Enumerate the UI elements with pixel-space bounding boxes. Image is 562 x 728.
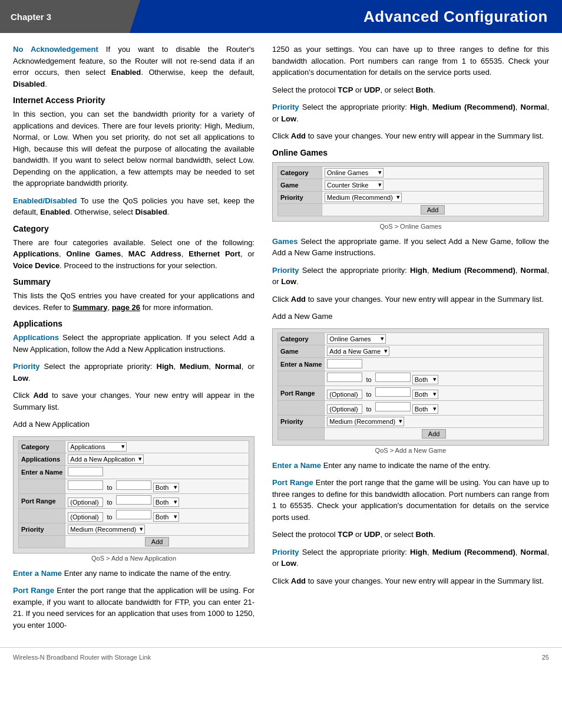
pri2-bold4: Low: [281, 559, 296, 568]
no-ack-bold2: Disabled: [13, 80, 45, 88]
port-to-input1[interactable]: [116, 480, 151, 490]
proto-select2[interactable]: Both: [153, 498, 179, 507]
screenshot-online-games: Category Online Games Game Counter Strik…: [272, 162, 549, 222]
category-select2[interactable]: Online Games: [325, 168, 384, 177]
priority-value[interactable]: Medium (Recommend): [65, 523, 249, 535]
game-value[interactable]: Counter Strike: [322, 179, 544, 191]
priority-value3[interactable]: Medium (Recommend): [325, 415, 544, 427]
games-add-body2: to save your changes. Your new entry wil…: [306, 295, 544, 304]
sum-body2: ,: [107, 303, 111, 312]
game-proto-select1[interactable]: Both: [412, 375, 438, 384]
cat-bold4: Ethernet Port: [189, 249, 240, 258]
chapter-text: Chapter 3: [11, 12, 51, 22]
select-proto-bold2: UDP: [364, 85, 380, 94]
no-ack-para: No Acknowledgement If you want to disabl…: [13, 44, 254, 90]
game-port-optional2[interactable]: (Optional): [327, 390, 362, 399]
table-row: Category Online Games: [278, 332, 544, 345]
enter-name-value3[interactable]: [325, 357, 544, 371]
game-port-to2[interactable]: [375, 387, 411, 397]
priority-value2[interactable]: Medium (Recommend): [322, 191, 544, 203]
port-to-input2[interactable]: [116, 495, 151, 505]
cat-bold2: Online Games: [67, 249, 121, 258]
game-value3[interactable]: Add a New Game: [325, 345, 544, 357]
port-to-input3[interactable]: [116, 510, 151, 519]
add-button1[interactable]: Add: [145, 537, 170, 546]
port-optional-input3[interactable]: (Optional): [68, 512, 103, 522]
en-dis-bold1: Enabled: [40, 207, 70, 216]
no-ack-end: .: [45, 80, 47, 88]
port-range-para: Port Range Enter the port range that the…: [13, 585, 254, 631]
port-from-input1[interactable]: [68, 480, 103, 490]
sum-link2[interactable]: page 26: [112, 303, 140, 312]
enter-name-value[interactable]: [65, 465, 249, 479]
sum-link1[interactable]: Summary: [72, 303, 107, 312]
table-row: to Both: [19, 479, 249, 493]
games-add-body1: Click: [272, 295, 291, 304]
enter-name-body: Enter any name to indicate the name of t…: [62, 569, 231, 578]
applications-select[interactable]: Add a New Application: [68, 454, 144, 464]
category-select[interactable]: Applications: [68, 442, 127, 452]
priority-select[interactable]: Medium (Recommend): [68, 525, 145, 534]
range-row2: (Optional) to Both: [65, 493, 249, 508]
game-select3[interactable]: Add a New Game: [327, 347, 389, 356]
game-select[interactable]: Counter Strike: [325, 180, 384, 190]
app-colored: Applications: [13, 333, 59, 342]
app-pri-bold2: Medium: [180, 362, 209, 371]
enter-name-input[interactable]: [68, 467, 103, 476]
enter-name-para: Enter a Name Enter any name to indicate …: [13, 568, 254, 579]
table-row: Priority Medium (Recommend): [19, 523, 249, 535]
app-add-bold: Add: [33, 391, 48, 400]
applications-value[interactable]: Add a New Application: [65, 453, 249, 465]
pri2-bold2: Medium (Recommend): [432, 548, 515, 556]
add2-body1: Click: [272, 577, 291, 585]
cat-bold1: Applications: [13, 249, 59, 258]
add-button2[interactable]: Add: [421, 205, 445, 215]
enter-name2-para: Enter a Name Enter any name to indicate …: [272, 460, 549, 472]
category-label2: Category: [278, 166, 322, 179]
add-button3[interactable]: Add: [422, 429, 447, 439]
pri-para: Priority Select the appropriate priority…: [272, 101, 549, 124]
app-pri-body1: Select the appropriate priority:: [40, 362, 157, 371]
category-value3[interactable]: Online Games: [325, 332, 544, 345]
range-row3: (Optional) to Both: [65, 508, 249, 523]
priority-select3[interactable]: Medium (Recommend): [327, 417, 404, 426]
app-add-para: Click Add to save your changes. Your new…: [13, 390, 254, 413]
priority-select2[interactable]: Medium (Recommend): [325, 193, 402, 202]
port-optional-input2[interactable]: (Optional): [68, 498, 103, 507]
cat-body1: There are four categories available. Sel…: [13, 238, 254, 247]
enter-name-input3[interactable]: [327, 359, 362, 368]
range-row1: to Both: [65, 479, 249, 493]
category-value[interactable]: Applications: [65, 440, 249, 453]
pri2-para: Priority Select the appropriate priority…: [272, 546, 549, 569]
pri-body2: ,: [427, 103, 432, 111]
game-port-from1[interactable]: [327, 373, 362, 382]
game-port-optional3[interactable]: (Optional): [327, 404, 362, 414]
table-row: Port Range (Optional) to Both: [278, 386, 544, 400]
game-port-to1[interactable]: [375, 373, 411, 382]
enter-name-label3: Enter a Name: [278, 357, 325, 371]
sum-body3: for more information.: [140, 303, 213, 312]
app-ui-table: Category Applications Applications Add a…: [18, 440, 249, 548]
select-proto-body2: or: [353, 85, 364, 94]
category-select3[interactable]: Online Games: [327, 334, 386, 344]
screenshot3-caption: QoS > Add a New Game: [272, 447, 549, 454]
game-port-to3[interactable]: [375, 402, 411, 411]
game-proto-select2[interactable]: Both: [412, 390, 438, 399]
select-proto-bold3: Both: [416, 85, 434, 94]
enter-name-colored: Enter a Name: [13, 569, 62, 578]
online-games-heading: Online Games: [272, 148, 549, 157]
pri2-end: .: [296, 559, 299, 568]
pri2-colored: Priority: [272, 548, 299, 556]
game-proto-select3[interactable]: Both: [412, 404, 438, 414]
empty-label6: [278, 400, 325, 415]
cat-bold3: MAC Address: [128, 249, 181, 258]
select-proto2-para: Select the protocol TCP or UDP, or selec…: [272, 529, 549, 541]
add-para: Click Add to save your changes. Your new…: [272, 130, 549, 142]
table-row: (Optional) to Both: [278, 400, 544, 415]
games-pri-body1: Select the appropriate priority:: [299, 266, 411, 275]
proto-select3[interactable]: Both: [153, 512, 179, 522]
category-value2[interactable]: Online Games: [322, 166, 544, 179]
proto-select1[interactable]: Both: [153, 483, 179, 492]
add-body2: to save your changes. Your new entry wil…: [306, 131, 544, 140]
add2-bold: Add: [291, 577, 306, 585]
